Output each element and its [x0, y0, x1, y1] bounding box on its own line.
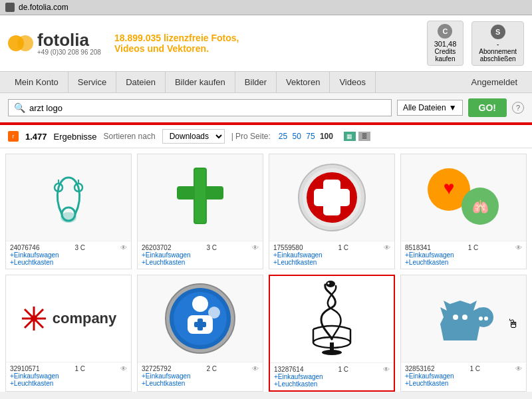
- image-action1-2[interactable]: +Einkaufswagen: [273, 251, 390, 259]
- eye-icon-6: 👁: [383, 366, 390, 373]
- image-card-2[interactable]: 17559580 1 C 👁 +Einkaufswagen +Leuchtkas…: [269, 154, 395, 269]
- image-action1-4[interactable]: +Einkaufswagen: [10, 372, 127, 380]
- nav-item-dateien[interactable]: Dateien: [116, 72, 166, 92]
- image-action2-0[interactable]: +Leuchtkasten: [10, 259, 127, 266]
- eye-icon-2: 👁: [384, 244, 390, 251]
- results-count: 1.477: [25, 132, 47, 142]
- credits-amount: 301,48: [434, 40, 457, 48]
- image-info-3: 8518341 1 C 👁 +Einkaufswagen +Leuchtkast…: [401, 241, 526, 269]
- view-toggle: ▦ ☰: [344, 132, 370, 141]
- credit-badge-4: 1 C: [74, 365, 85, 372]
- image-action2-2[interactable]: +Leuchtkasten: [273, 259, 390, 266]
- credits-icon: C: [438, 24, 452, 39]
- results-label: Ergebnisse: [54, 132, 97, 142]
- credit-badge-5: 2 C: [206, 365, 217, 372]
- image-card-1[interactable]: 26203702 3 C 👁 +Einkaufswagen +Leuchtkas…: [137, 154, 263, 269]
- svg-point-48: [479, 317, 483, 321]
- image-action1-7[interactable]: +Einkaufswagen: [405, 372, 522, 380]
- subscription-dash: -: [497, 41, 499, 48]
- list-view-icon[interactable]: ☰: [358, 132, 370, 141]
- image-action1-1[interactable]: +Einkaufswagen: [142, 251, 259, 259]
- nav-item-bilder[interactable]: Bilder: [235, 72, 277, 92]
- nav-item-vektoren[interactable]: Vektoren: [277, 72, 330, 92]
- image-action1-0[interactable]: +Einkaufswagen: [10, 251, 127, 259]
- logo-area: fotolia +49 (0)30 208 96 208: [8, 31, 101, 56]
- nav-item-bilder-kaufen[interactable]: Bilder kaufen: [166, 72, 235, 92]
- credits-button[interactable]: C 301,48 Creditskaufen: [427, 21, 464, 66]
- svg-point-37: [326, 281, 335, 287]
- svg-point-49: [484, 317, 488, 321]
- nav-login[interactable]: Angemeldet: [462, 72, 527, 92]
- svg-text:♥: ♥: [444, 178, 455, 198]
- image-card-6[interactable]: 13287614 1 C 👁 +Einkaufswagen +Leuchtkas…: [269, 275, 395, 392]
- eye-icon-4: 👁: [120, 365, 127, 372]
- image-grid: 24076746 3 C 👁 +Einkaufswagen +Leuchtkas…: [0, 148, 532, 392]
- tagline-line2: Videos und Vektoren.: [114, 43, 239, 54]
- file-filter-dropdown[interactable]: Alle Dateien ▼: [397, 100, 463, 116]
- image-action2-5[interactable]: +Leuchtkasten: [142, 380, 259, 387]
- svg-point-33: [208, 307, 220, 319]
- per-page-25[interactable]: 25: [279, 132, 287, 141]
- image-info-6: 13287614 1 C 👁 +Einkaufswagen +Leuchtkas…: [270, 362, 394, 390]
- per-page-100[interactable]: 100: [320, 132, 333, 141]
- subscription-label: Abonnementabschließen: [479, 48, 517, 63]
- image-card-7[interactable]: 32853162 1 C 👁 +Einkaufswagen +Leuchtkas…: [400, 275, 527, 392]
- image-id-1: 26203702: [142, 244, 172, 251]
- image-action1-6[interactable]: +Einkaufswagen: [274, 373, 390, 380]
- nav-item-service[interactable]: Service: [68, 72, 116, 92]
- image-action2-3[interactable]: +Leuchtkasten: [405, 259, 522, 266]
- image-id-2: 17559580: [273, 244, 303, 251]
- image-action1-5[interactable]: +Einkaufswagen: [142, 372, 259, 380]
- image-id-5: 32725792: [142, 365, 172, 372]
- image-thumb-2: [269, 154, 394, 241]
- image-action2-7[interactable]: +Leuchtkasten: [405, 380, 522, 387]
- image-card-5[interactable]: 32725792 2 C 👁 +Einkaufswagen +Leuchtkas…: [137, 275, 263, 392]
- image-action1-3[interactable]: +Einkaufswagen: [405, 251, 522, 259]
- image-info-7: 32853162 1 C 👁 +Einkaufswagen +Leuchtkas…: [401, 362, 526, 390]
- main-nav: Mein Konto Service Dateien Bilder kaufen…: [0, 72, 532, 93]
- image-thumb-6: [270, 276, 394, 362]
- tagline-line1: 18.899.035 lizenzfreie Fotos,: [114, 33, 239, 43]
- search-help-icon[interactable]: ?: [512, 102, 524, 114]
- image-action2-6[interactable]: +Leuchtkasten: [274, 380, 390, 388]
- sort-dropdown[interactable]: Downloads Neueste: [162, 129, 225, 144]
- image-thumb-7: [401, 275, 526, 362]
- results-bar: r 1.477 Ergebnisse Sortieren nach Downlo…: [0, 124, 532, 148]
- subscription-button[interactable]: S - Abonnementabschließen: [471, 21, 524, 66]
- image-card-4[interactable]: company 32910571 1 C 👁 +Einkaufswagen +L…: [5, 275, 132, 392]
- image-action2-1[interactable]: +Leuchtkasten: [142, 259, 259, 266]
- subscription-icon: S: [491, 25, 505, 39]
- eye-icon-0: 👁: [120, 244, 127, 251]
- per-page-label: | Pro Seite:: [231, 132, 271, 141]
- image-thumb-3: ♥ 🫁: [401, 154, 526, 241]
- svg-rect-32: [194, 322, 206, 327]
- svg-point-43: [453, 315, 458, 320]
- nav-item-mein-konto[interactable]: Mein Konto: [5, 72, 68, 92]
- per-page-options: 25 50 75 100: [277, 132, 334, 141]
- per-page-50[interactable]: 50: [293, 132, 301, 141]
- per-page-75[interactable]: 75: [306, 132, 315, 141]
- credit-badge-3: 1 C: [468, 244, 479, 251]
- tagline: 18.899.035 lizenzfreie Fotos, Videos und…: [114, 33, 239, 54]
- grid-view-icon[interactable]: ▦: [344, 132, 356, 141]
- image-action2-4[interactable]: +Leuchtkasten: [10, 380, 127, 387]
- chevron-down-icon: ▼: [449, 103, 457, 112]
- search-input-wrapper: 🔍: [8, 99, 392, 116]
- eye-icon-3: 👁: [515, 244, 522, 251]
- credits-label: Creditskaufen: [435, 48, 456, 63]
- search-input[interactable]: [29, 103, 386, 113]
- image-card-3[interactable]: ♥ 🫁 8518341 1 C 👁 +Einkaufswagen +Leucht…: [400, 154, 527, 269]
- credit-badge-0: 3 C: [74, 244, 85, 251]
- image-thumb-0: [6, 154, 131, 241]
- svg-point-38: [328, 283, 330, 285]
- logo-text: fotolia: [37, 31, 101, 49]
- svg-point-46: [477, 309, 483, 316]
- nav-item-videos[interactable]: Videos: [330, 72, 376, 92]
- search-go-button[interactable]: GO!: [468, 98, 507, 117]
- svg-point-44: [462, 315, 467, 320]
- favicon-icon: [5, 3, 15, 12]
- image-info-4: 32910571 1 C 👁 +Einkaufswagen +Leuchtkas…: [6, 362, 131, 390]
- image-card-0[interactable]: 24076746 3 C 👁 +Einkaufswagen +Leuchtkas…: [5, 154, 132, 269]
- image-info-5: 32725792 2 C 👁 +Einkaufswagen +Leuchtkas…: [138, 362, 263, 390]
- logo-phone: +49 (0)30 208 96 208: [37, 49, 101, 56]
